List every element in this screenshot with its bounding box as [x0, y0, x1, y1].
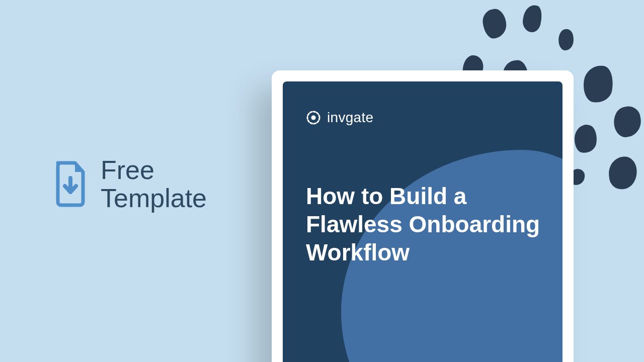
free-template-text: Free Template: [101, 156, 207, 212]
free-template-line1: Free: [101, 156, 207, 184]
spot: [557, 29, 575, 51]
spot: [607, 155, 638, 191]
brand: invgate: [306, 110, 373, 126]
brand-name: invgate: [327, 110, 373, 126]
spot: [481, 8, 508, 40]
brand-logo-icon: [306, 110, 321, 125]
free-template-label: Free Template: [53, 156, 207, 212]
svg-point-1: [311, 116, 316, 120]
free-template-line2: Template: [101, 184, 207, 212]
template-card: invgate How to Build a Flawless Onboardi…: [272, 70, 574, 362]
spot: [581, 63, 615, 104]
card-title: How to Build a Flawless Onboarding Workf…: [306, 182, 542, 266]
spot: [611, 105, 643, 139]
spot: [574, 124, 598, 154]
document-download-icon: [53, 161, 88, 207]
spot: [521, 4, 544, 33]
template-card-inner: invgate How to Build a Flawless Onboardi…: [283, 81, 562, 362]
